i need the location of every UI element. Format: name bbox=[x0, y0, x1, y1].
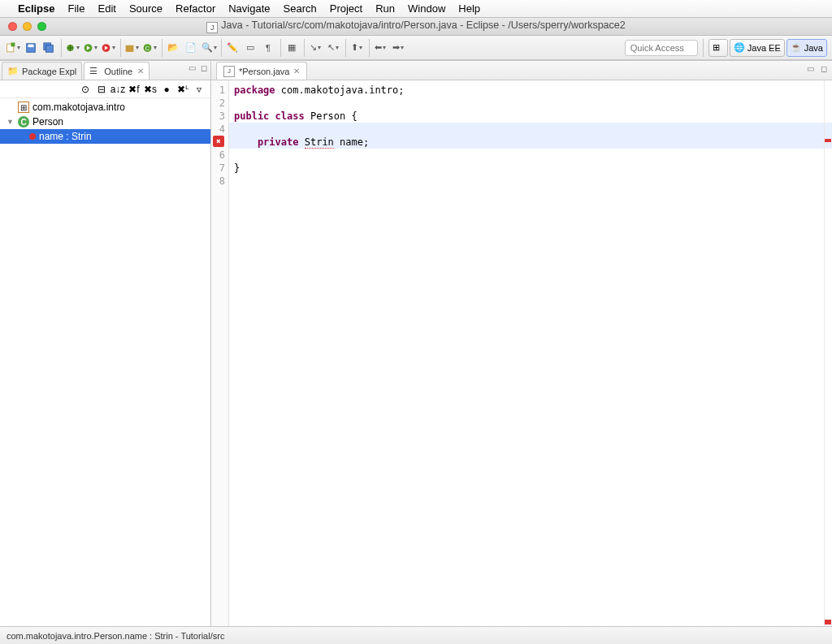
menu-app[interactable]: Eclipse bbox=[18, 2, 55, 15]
expand-icon[interactable]: ▼ bbox=[6, 118, 15, 126]
outline-toolbar: ⊙ ⊟ a↓z ✖f ✖s ● ✖ᴸ ▿ bbox=[0, 80, 210, 98]
editor-tab-person[interactable]: J *Person.java ✕ bbox=[216, 62, 307, 80]
outline-class-row[interactable]: ▼ C Person bbox=[0, 115, 210, 129]
class-icon: C bbox=[18, 116, 29, 128]
focus-icon[interactable]: ⊙ bbox=[79, 83, 92, 96]
window-minimize-icon[interactable] bbox=[23, 22, 32, 31]
menu-file[interactable]: File bbox=[68, 2, 85, 15]
editor-body[interactable]: 12345678 package com.makotojava.intro; p… bbox=[211, 80, 832, 626]
main-toolbar: C 📂 📄 🔍 ✏️ ▭ ¶ ▦ ↘ ↖ ⬆ ⬅ ➡ ⊞ 🌐Java EE ☕J… bbox=[0, 36, 832, 60]
perspective-icon: ⊞ bbox=[713, 42, 724, 54]
save-button[interactable] bbox=[23, 40, 39, 56]
prev-annotation-button[interactable]: ↖ bbox=[325, 40, 341, 56]
maximize-view-icon[interactable]: ◻ bbox=[201, 63, 207, 72]
titlebar: JJava - Tutorial/src/com/makotojava/intr… bbox=[0, 18, 832, 36]
new-package-button[interactable] bbox=[124, 40, 140, 56]
menu-navigate[interactable]: Navigate bbox=[228, 2, 270, 15]
outline-tree: ⊞ com.makotojava.intro ▼ C Person name :… bbox=[0, 98, 210, 626]
window-zoom-icon[interactable] bbox=[37, 22, 46, 31]
code-content[interactable]: package com.makotojava.intro; public cla… bbox=[229, 80, 832, 626]
outline-field-row[interactable]: name : Strin bbox=[0, 129, 210, 144]
left-panel: 📁 Package Expl ☰ Outline ✕ ▭ ◻ ⊙ ⊟ a↓z ✖… bbox=[0, 61, 211, 626]
run-button[interactable] bbox=[82, 40, 98, 56]
new-class-button[interactable]: C bbox=[141, 40, 158, 56]
collapse-all-icon[interactable]: ⊟ bbox=[95, 83, 108, 96]
minimize-editor-icon[interactable]: ▭ bbox=[807, 64, 814, 73]
error-marker-icon[interactable] bbox=[213, 136, 224, 147]
toggle-breadcrumb-button[interactable]: ▦ bbox=[284, 40, 300, 56]
window-title: JJava - Tutorial/src/com/makotojava/intr… bbox=[0, 19, 832, 33]
hide-local-icon[interactable]: ✖ᴸ bbox=[176, 83, 189, 96]
save-all-button[interactable] bbox=[41, 40, 57, 56]
status-text: com.makotojava.intro.Person.name : Strin… bbox=[6, 631, 224, 641]
java-file-icon: J bbox=[223, 66, 235, 77]
menu-project[interactable]: Project bbox=[330, 2, 362, 15]
svg-rect-5 bbox=[46, 45, 54, 52]
perspective-java[interactable]: ☕Java bbox=[786, 39, 827, 57]
hide-nonpublic-icon[interactable]: ● bbox=[160, 83, 173, 96]
close-icon[interactable]: ✕ bbox=[137, 67, 144, 76]
forward-button[interactable]: ➡ bbox=[390, 40, 406, 56]
menu-source[interactable]: Source bbox=[129, 2, 162, 15]
tab-outline[interactable]: ☰ Outline ✕ bbox=[84, 62, 150, 80]
window-close-icon[interactable] bbox=[8, 22, 17, 31]
overview-error-icon[interactable] bbox=[825, 139, 831, 142]
line-gutter: 12345678 bbox=[211, 80, 229, 626]
show-whitespace-button[interactable]: ¶ bbox=[260, 40, 276, 56]
mac-menubar: Eclipse File Edit Source Refactor Naviga… bbox=[0, 0, 832, 18]
outline-icon: ☰ bbox=[89, 66, 101, 77]
toggle-block-button[interactable]: ▭ bbox=[242, 40, 258, 56]
work-area: 📁 Package Expl ☰ Outline ✕ ▭ ◻ ⊙ ⊟ a↓z ✖… bbox=[0, 60, 832, 626]
sort-icon[interactable]: a↓z bbox=[111, 83, 124, 96]
svg-rect-1 bbox=[11, 42, 15, 46]
package-icon: ⊞ bbox=[18, 102, 29, 113]
java-file-icon: J bbox=[206, 22, 218, 33]
outline-package-row[interactable]: ⊞ com.makotojava.intro bbox=[0, 100, 210, 115]
open-perspective-button[interactable]: ⊞ bbox=[708, 39, 728, 57]
package-explorer-icon: 📁 bbox=[7, 66, 19, 77]
field-icon bbox=[29, 133, 36, 140]
java-icon: ☕ bbox=[791, 42, 802, 54]
javaee-icon: 🌐 bbox=[734, 42, 745, 54]
minimize-view-icon[interactable]: ▭ bbox=[188, 63, 196, 72]
run-last-button[interactable] bbox=[100, 40, 116, 56]
back-button[interactable]: ⬅ bbox=[372, 40, 388, 56]
toggle-mark-button[interactable]: ✏️ bbox=[224, 40, 240, 56]
svg-text:C: C bbox=[145, 45, 150, 52]
last-edit-button[interactable]: ⬆ bbox=[349, 40, 365, 56]
svg-rect-9 bbox=[126, 45, 134, 51]
close-icon[interactable]: ✕ bbox=[293, 67, 300, 76]
menu-refactor[interactable]: Refactor bbox=[176, 2, 215, 15]
open-type-button[interactable]: 📂 bbox=[165, 40, 181, 56]
open-task-button[interactable]: 📄 bbox=[183, 40, 199, 56]
menu-help[interactable]: Help bbox=[458, 2, 480, 15]
debug-button[interactable] bbox=[64, 40, 80, 56]
menu-search[interactable]: Search bbox=[284, 2, 317, 15]
editor-area: J *Person.java ✕ ▭ ◻ 12345678 package co… bbox=[211, 61, 832, 626]
overview-ruler[interactable] bbox=[824, 80, 832, 626]
quick-access-input[interactable] bbox=[625, 40, 698, 56]
new-button[interactable] bbox=[5, 40, 21, 56]
hide-fields-icon[interactable]: ✖f bbox=[128, 83, 141, 96]
svg-rect-3 bbox=[28, 44, 34, 47]
eclipse-window: JJava - Tutorial/src/com/makotojava/intr… bbox=[0, 18, 832, 644]
tab-package-explorer[interactable]: 📁 Package Expl bbox=[2, 62, 82, 80]
overview-error-summary-icon[interactable] bbox=[825, 620, 831, 625]
menu-window[interactable]: Window bbox=[408, 2, 445, 15]
view-menu-icon[interactable]: ▿ bbox=[193, 83, 206, 96]
hide-static-icon[interactable]: ✖s bbox=[144, 83, 157, 96]
search-button[interactable]: 🔍 bbox=[201, 40, 217, 56]
menu-run[interactable]: Run bbox=[375, 2, 395, 15]
maximize-editor-icon[interactable]: ◻ bbox=[821, 64, 827, 73]
perspective-javaee[interactable]: 🌐Java EE bbox=[730, 39, 785, 57]
next-annotation-button[interactable]: ↘ bbox=[307, 40, 323, 56]
left-view-tabs: 📁 Package Expl ☰ Outline ✕ ▭ ◻ bbox=[0, 61, 210, 80]
editor-tabs: J *Person.java ✕ ▭ ◻ bbox=[211, 61, 832, 80]
menu-edit[interactable]: Edit bbox=[98, 2, 115, 15]
status-bar: com.makotojava.intro.Person.name : Strin… bbox=[0, 626, 832, 644]
